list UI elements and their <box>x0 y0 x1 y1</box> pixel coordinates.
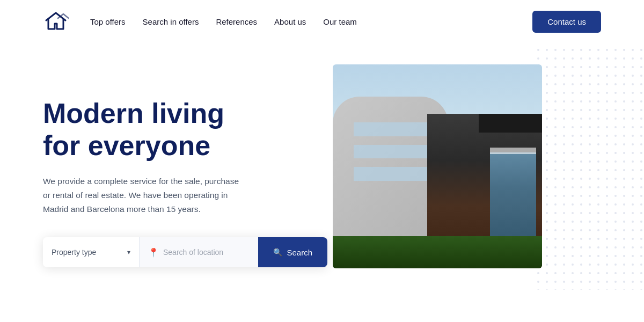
main-nav: Top offers Search in offers References A… <box>90 17 357 26</box>
property-type-dropdown[interactable]: Property type ▾ <box>43 237 140 267</box>
location-search-input[interactable] <box>163 248 250 257</box>
search-button-label: Search <box>287 248 312 257</box>
nav-item-references[interactable]: References <box>216 17 257 26</box>
chevron-down-icon: ▾ <box>127 248 130 256</box>
search-bar: Property type ▾ 📍 🔍 Search <box>43 237 327 267</box>
property-type-label: Property type <box>52 248 96 257</box>
location-pin-icon: 📍 <box>148 247 159 258</box>
hero-title: Modern living for everyone <box>43 98 354 162</box>
search-button[interactable]: 🔍 Search <box>258 237 327 267</box>
nav-item-search-in-offers[interactable]: Search in offers <box>143 17 199 26</box>
svg-rect-1 <box>537 48 644 290</box>
logo[interactable] <box>43 9 69 34</box>
header: Top offers Search in offers References A… <box>0 0 644 43</box>
hero-building-image <box>333 64 542 268</box>
hero-section: Modern living for everyone We provide a … <box>0 43 644 322</box>
contact-us-button[interactable]: Contact us <box>532 11 601 33</box>
dot-pattern <box>537 48 644 290</box>
search-icon: 🔍 <box>273 248 282 257</box>
location-input-wrapper: 📍 <box>140 237 258 267</box>
hero-content: Modern living for everyone We provide a … <box>43 98 354 267</box>
nav-item-top-offers[interactable]: Top offers <box>90 17 126 26</box>
nav-item-our-team[interactable]: Our team <box>323 17 357 26</box>
hero-subtitle: We provide a complete service for the sa… <box>43 174 247 216</box>
logo-icon <box>43 9 69 34</box>
header-left: Top offers Search in offers References A… <box>43 9 357 34</box>
nav-item-about-us[interactable]: About us <box>274 17 306 26</box>
